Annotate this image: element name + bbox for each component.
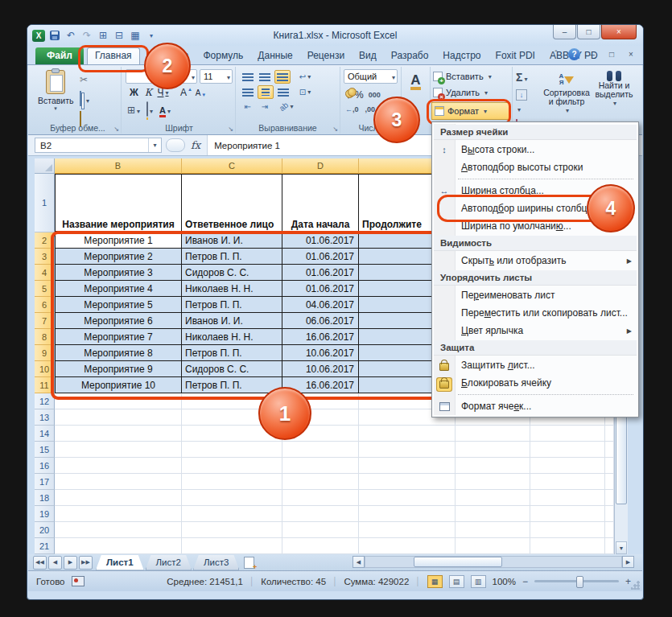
sheet-tab-1[interactable]: Лист1 <box>96 555 144 570</box>
macro-record-icon[interactable] <box>72 576 85 586</box>
cell[interactable] <box>605 458 614 474</box>
cell-B21[interactable] <box>55 538 182 554</box>
align-left-button[interactable] <box>241 86 255 98</box>
cell-E15[interactable] <box>359 442 456 458</box>
row-header-12[interactable]: 12 <box>35 393 55 409</box>
menu-item[interactable]: ↕Высота строки... <box>432 141 638 158</box>
prev-sheet-icon[interactable]: ◀ <box>48 556 62 570</box>
cell-C21[interactable] <box>182 538 282 554</box>
horizontal-scroll-thumb[interactable] <box>414 557 502 567</box>
name-box[interactable]: B2 ▾ <box>35 138 162 153</box>
preview-icon[interactable]: ⊞ <box>97 29 109 42</box>
cell-D16[interactable] <box>282 458 359 474</box>
merge-center-button[interactable]: ⊡ <box>298 86 312 98</box>
bold-button[interactable]: Ж <box>127 86 141 99</box>
row-header-17[interactable]: 17 <box>35 474 55 490</box>
cell-C18[interactable] <box>182 490 282 506</box>
zoom-slider[interactable] <box>534 580 619 582</box>
menu-item[interactable]: Цвет ярлычка▶ <box>432 322 638 339</box>
resize-grip[interactable] <box>631 580 641 590</box>
sheet-tab-3[interactable]: Лист3 <box>193 555 239 570</box>
increase-decimal-button[interactable]: ←,0 <box>345 105 359 113</box>
cell-C1[interactable]: Ответвенное лицо <box>182 174 282 232</box>
cell-C5[interactable]: Николаев Н. Н. <box>182 281 282 297</box>
redo-icon[interactable]: ↷ <box>80 29 93 42</box>
menu-item[interactable]: Автоподбор высоты строки <box>432 158 638 176</box>
excel-logo-icon[interactable]: X <box>32 30 45 42</box>
sheet-tab-2[interactable]: Лист2 <box>146 555 192 570</box>
cell-B1[interactable]: Название мероприятия <box>55 174 182 232</box>
cell[interactable] <box>456 490 530 506</box>
page-layout-view-button[interactable]: ▤ <box>449 575 464 588</box>
workbook-minimize-icon[interactable]: – <box>585 48 600 60</box>
scroll-right-icon[interactable]: ▶ <box>622 556 634 568</box>
menu-item[interactable]: Переименовать лист <box>432 286 638 304</box>
row-header-3[interactable]: 3 <box>35 249 55 265</box>
tab-ribbon-2[interactable]: Формуль <box>196 47 250 64</box>
cell-D3[interactable]: 01.06.2017 <box>282 249 359 265</box>
cell-C6[interactable]: Петров П. П. <box>182 297 282 313</box>
cell[interactable] <box>605 442 614 458</box>
menu-item[interactable]: Переместить или скопировать лист... <box>432 304 638 322</box>
styles-button[interactable]: А <box>402 67 430 90</box>
orientation-button[interactable]: ab <box>279 101 294 113</box>
cell-B16[interactable] <box>55 458 182 474</box>
comma-style-button[interactable]: 000 <box>369 91 381 99</box>
name-box-dropdown-icon[interactable]: ▾ <box>148 138 161 152</box>
maximize-button[interactable]: □ <box>577 25 600 39</box>
cell-E21[interactable] <box>359 538 456 554</box>
increase-indent-button[interactable]: ⇥ <box>258 101 272 113</box>
format-button[interactable]: Формат <box>431 102 510 120</box>
cell-C16[interactable] <box>182 458 282 474</box>
number-format-combo[interactable]: Общий <box>344 69 398 84</box>
row-header-7[interactable]: 7 <box>35 313 55 329</box>
cell-E18[interactable] <box>359 490 456 506</box>
next-sheet-icon[interactable]: ▶ <box>64 556 77 570</box>
undo-icon[interactable]: ↶ <box>64 29 77 42</box>
borders-button[interactable]: ⊞ <box>127 102 140 117</box>
cell[interactable] <box>456 426 530 442</box>
scroll-down-icon[interactable]: ▼ <box>616 541 627 554</box>
tab-ribbon-4[interactable]: Рецензи <box>300 47 352 64</box>
cell-C17[interactable] <box>182 474 282 490</box>
sort-filter-button[interactable]: АЯ Сортировка и фильтр <box>542 71 592 115</box>
cell-E16[interactable] <box>359 458 456 474</box>
row-header-2[interactable]: 2 <box>35 232 55 249</box>
cell-B8[interactable]: Мероприятие 7 <box>55 329 182 345</box>
cell-C15[interactable] <box>182 442 282 458</box>
cell-E19[interactable] <box>359 506 456 522</box>
find-select-button[interactable]: Найти и выделить <box>593 71 635 108</box>
font-color-button[interactable]: А <box>159 102 171 117</box>
row-header-14[interactable]: 14 <box>35 426 55 442</box>
dialog-launcher-icon[interactable]: ↘ <box>332 125 338 133</box>
row-header-20[interactable]: 20 <box>35 522 55 538</box>
fill-button[interactable]: ↓ <box>516 89 527 115</box>
normal-view-button[interactable]: ▦ <box>427 575 443 588</box>
cell[interactable] <box>530 442 605 458</box>
cell[interactable] <box>530 490 605 506</box>
cell-D7[interactable]: 06.06.2017 <box>282 313 359 329</box>
cell-D20[interactable] <box>282 522 359 538</box>
zoom-out-icon[interactable]: − <box>522 576 528 587</box>
cut-button[interactable]: ✂ <box>80 72 89 86</box>
cell[interactable] <box>605 538 614 554</box>
qat-customize-icon[interactable]: ▾ <box>145 29 158 42</box>
cell-D2[interactable]: 01.06.2017 <box>282 232 359 249</box>
cell-D6[interactable]: 04.06.2017 <box>282 297 359 313</box>
align-center-button[interactable] <box>258 85 274 99</box>
cell[interactable] <box>530 522 605 538</box>
row-header-19[interactable]: 19 <box>35 506 55 522</box>
table-icon[interactable]: ⊟ <box>113 29 126 42</box>
cell[interactable] <box>605 522 614 538</box>
cell-D17[interactable] <box>282 474 359 490</box>
zoom-in-icon[interactable]: + <box>625 576 631 587</box>
paste-button[interactable]: Вставить ▾ <box>38 70 73 112</box>
cell-D4[interactable]: 01.06.2017 <box>282 265 359 281</box>
formula-bar-split-handle[interactable] <box>166 138 185 152</box>
align-middle-button[interactable] <box>258 71 272 83</box>
cell-B2[interactable]: Мероприятие 1 <box>55 232 182 249</box>
cell-B6[interactable]: Мероприятие 5 <box>55 297 182 313</box>
cell-B9[interactable]: Мероприятие 8 <box>55 345 182 361</box>
decrease-indent-button[interactable]: ⇤ <box>241 101 255 113</box>
scroll-left-icon[interactable]: ◀ <box>352 556 365 568</box>
